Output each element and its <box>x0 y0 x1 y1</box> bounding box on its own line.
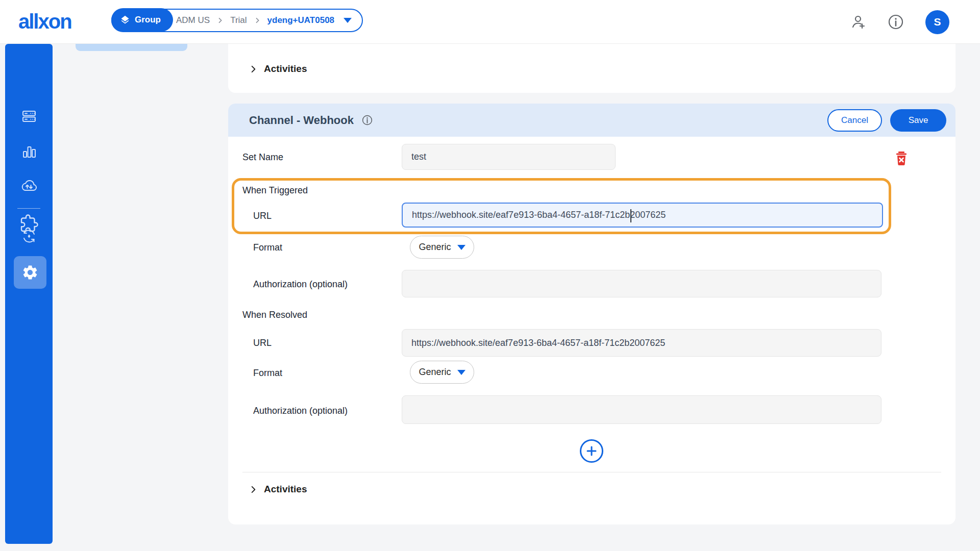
sidebar-item-settings[interactable] <box>14 256 46 289</box>
sidebar-item-updates[interactable] <box>5 225 53 247</box>
resolved-auth-input[interactable] <box>402 395 881 424</box>
save-button[interactable]: Save <box>890 109 946 132</box>
sync-icon <box>20 227 38 245</box>
sidebar-item-ota[interactable] <box>5 176 53 198</box>
chevron-right-icon <box>216 16 224 24</box>
delete-webhook-icon[interactable] <box>894 151 909 166</box>
resolved-format-value: Generic <box>419 367 451 378</box>
chevron-down-icon <box>457 370 465 375</box>
text-cursor <box>630 209 631 222</box>
sidebar-divider <box>17 208 40 209</box>
group-chip-label: Group <box>135 15 161 25</box>
set-name-label: Set Name <box>242 152 283 163</box>
sidebar-item-dashboard[interactable] <box>5 141 53 163</box>
divider <box>242 472 941 472</box>
chevron-right-icon <box>253 16 261 24</box>
panel-title: Channel - Webhook <box>249 114 354 127</box>
info-icon[interactable] <box>887 13 905 31</box>
cancel-button[interactable]: Cancel <box>827 109 882 132</box>
add-webhook-button[interactable] <box>580 439 603 463</box>
panel-actions: Cancel Save <box>827 109 946 132</box>
add-user-button[interactable] <box>848 13 866 31</box>
resolved-auth-label: Authorization (optional) <box>253 406 348 416</box>
resolved-format-select[interactable]: Generic <box>410 361 474 384</box>
activities-toggle[interactable]: Activities <box>228 44 955 74</box>
layers-icon <box>120 15 130 25</box>
triggered-auth-label: Authorization (optional) <box>253 279 348 290</box>
devices-icon <box>20 107 38 126</box>
settings-icon <box>21 264 39 281</box>
group-chip[interactable]: Group <box>111 8 173 32</box>
app-header: allxon Group ADM US Trial ydeng+UAT0508 <box>0 0 980 44</box>
when-resolved-heading: When Resolved <box>242 310 307 320</box>
activities-label: Activities <box>264 484 307 495</box>
header-actions: S <box>848 0 949 44</box>
chevron-down-icon[interactable] <box>344 18 352 23</box>
triggered-url-label: URL <box>253 211 272 221</box>
activities-toggle-bottom[interactable]: Activities <box>249 484 307 495</box>
triggered-url-input[interactable]: https://webhook.site/eaf7e913-6ba4-4657-… <box>402 203 883 228</box>
resolved-url-value: https://webhook.site/eaf7e913-6ba4-4657-… <box>411 338 665 348</box>
sidebar-item-devices[interactable] <box>5 105 53 128</box>
breadcrumb-item-group[interactable]: Trial <box>230 15 247 26</box>
triggered-auth-input[interactable] <box>402 270 881 297</box>
allxon-logo: allxon <box>18 10 71 33</box>
triggered-format-select[interactable]: Generic <box>410 236 474 259</box>
chevron-down-icon <box>457 245 465 250</box>
chevron-right-icon <box>249 65 258 73</box>
triggered-format-label: Format <box>253 242 282 253</box>
activities-card: Activities <box>228 44 955 93</box>
sidebar <box>5 44 53 544</box>
avatar[interactable]: S <box>925 10 949 34</box>
set-name-input[interactable] <box>402 144 616 170</box>
triggered-format-value: Generic <box>419 242 451 253</box>
resolved-format-label: Format <box>253 368 282 379</box>
scrolled-item-peek <box>76 44 187 51</box>
screen: allxon Group ADM US Trial ydeng+UAT0508 <box>0 0 980 551</box>
triggered-url-value: https://webhook.site/eaf7e913-6ba4-4657-… <box>412 210 666 220</box>
breadcrumb[interactable]: Group ADM US Trial ydeng+UAT0508 <box>111 9 363 32</box>
breadcrumb-current[interactable]: ydeng+UAT0508 <box>267 15 334 26</box>
cloud-transfer-icon <box>19 177 39 196</box>
chevron-right-icon <box>249 485 258 494</box>
info-icon[interactable] <box>362 115 373 126</box>
activities-label: Activities <box>264 63 307 74</box>
resolved-url-input[interactable]: https://webhook.site/eaf7e913-6ba4-4657-… <box>402 329 881 357</box>
resolved-url-label: URL <box>253 338 272 348</box>
breadcrumb-item-org[interactable]: ADM US <box>176 15 210 26</box>
when-triggered-heading: When Triggered <box>242 185 308 196</box>
webhook-panel-header: Channel - Webhook Cancel Save <box>228 104 955 137</box>
webhook-card: Channel - Webhook Cancel Save Set Name <box>228 104 955 524</box>
bar-chart-icon <box>20 143 38 161</box>
